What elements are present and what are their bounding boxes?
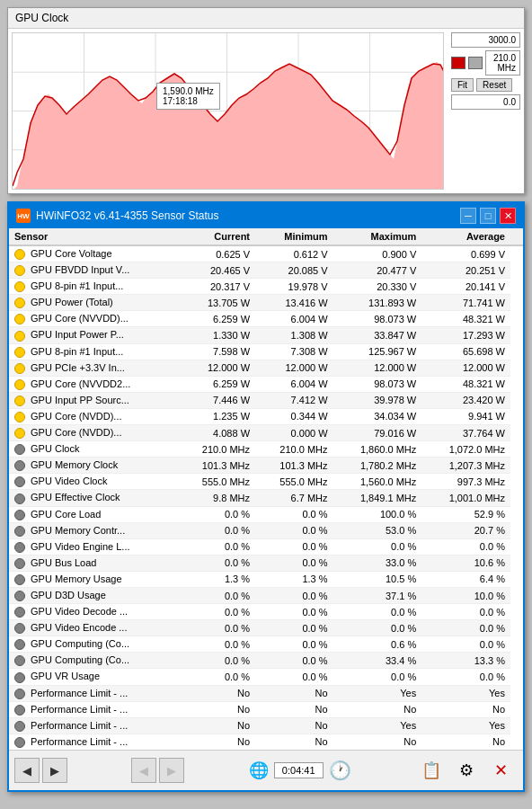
- sensor-average: 20.7 %: [421, 522, 510, 538]
- sensor-current: 1.3 %: [178, 571, 256, 587]
- col-current: Current: [178, 228, 256, 245]
- sensor-name: GPU FBVDD Input V...: [31, 264, 129, 275]
- sensor-name-cell: GPU Video Engine L...: [9, 538, 178, 555]
- sensor-name: GPU Computing (Co...: [31, 638, 129, 649]
- table-row[interactable]: GPU Bus Load 0.0 % 0.0 % 33.0 % 10.6 %: [9, 555, 523, 571]
- table-row[interactable]: GPU Core (NVVDD2... 6.259 W 6.004 W 98.0…: [9, 376, 523, 392]
- sensor-name-cell: Performance Limit - ...: [9, 701, 178, 717]
- sensor-average: 20.251 V: [421, 262, 510, 279]
- table-row[interactable]: GPU Memory Usage 1.3 % 1.3 % 10.5 % 6.4 …: [9, 571, 523, 587]
- table-row[interactable]: GPU D3D Usage 0.0 % 0.0 % 37.1 % 10.0 %: [9, 587, 523, 603]
- sensor-minimum: No: [255, 701, 333, 717]
- table-row[interactable]: GPU Memory Contr... 0.0 % 0.0 % 53.0 % 2…: [9, 522, 523, 538]
- table-row[interactable]: GPU Core Voltage 0.625 V 0.612 V 0.900 V…: [9, 245, 523, 262]
- sensor-current: 0.0 %: [178, 669, 256, 685]
- sensor-current: 1.330 W: [178, 327, 256, 343]
- sensor-minimum: 6.004 W: [255, 311, 333, 327]
- nav-prev-button[interactable]: ◀: [14, 758, 40, 783]
- table-row[interactable]: GPU Core Load 0.0 % 0.0 % 100.0 % 52.9 %: [9, 506, 523, 522]
- sensor-current: 210.0 MHz: [178, 441, 256, 458]
- sensor-average: Yes: [421, 717, 510, 733]
- table-row[interactable]: GPU 8-pin #1 Input... 20.317 V 19.978 V …: [9, 279, 523, 295]
- table-row[interactable]: GPU Video Encode ... 0.0 % 0.0 % 0.0 % 0…: [9, 620, 523, 636]
- svg-marker-8: [13, 62, 443, 189]
- table-row[interactable]: GPU Video Decode ... 0.0 % 0.0 % 0.0 % 0…: [9, 604, 523, 620]
- settings-button[interactable]: ⚙: [450, 754, 483, 787]
- sensor-average: No: [421, 733, 510, 750]
- sensor-minimum: 1.308 W: [255, 327, 333, 343]
- table-row[interactable]: GPU 8-pin #1 Input... 7.598 W 7.308 W 12…: [9, 343, 523, 360]
- sensor-average: 71.741 W: [421, 295, 510, 311]
- table-row[interactable]: GPU Input Power P... 1.330 W 1.308 W 33.…: [9, 327, 523, 343]
- sensor-maximum: Yes: [333, 685, 422, 701]
- table-row[interactable]: GPU Core (NVDD)... 1.235 W 0.344 W 34.03…: [9, 408, 523, 424]
- sensor-type-icon: [14, 396, 25, 406]
- chart-btn-row: Fit Reset: [451, 78, 520, 92]
- nav-next-disabled-button[interactable]: ▶: [159, 758, 184, 783]
- sensor-type-icon: [14, 542, 25, 553]
- sensor-current: 1.235 W: [178, 408, 256, 424]
- table-row[interactable]: GPU Clock 210.0 MHz 210.0 MHz 1,860.0 MH…: [9, 441, 523, 458]
- table-row[interactable]: GPU Core (NVVDD)... 6.259 W 6.004 W 98.0…: [9, 311, 523, 327]
- sensor-minimum: 13.416 W: [255, 295, 333, 311]
- sensor-minimum: 0.0 %: [255, 636, 333, 653]
- sensor-minimum: No: [255, 733, 333, 750]
- table-row[interactable]: Performance Limit - ... No No No No: [9, 701, 523, 717]
- table-row[interactable]: GPU Memory Clock 101.3 MHz 101.3 MHz 1,7…: [9, 458, 523, 474]
- sensor-average: 12.000 W: [421, 360, 510, 376]
- sensor-average: 20.141 V: [421, 279, 510, 295]
- sensor-table-container[interactable]: Sensor Current Minimum Maximum Average G…: [9, 228, 523, 750]
- sensor-maximum: 0.0 %: [333, 620, 422, 636]
- col-average: Average: [421, 228, 510, 245]
- table-row[interactable]: Performance Limit - ... No No No No: [9, 733, 523, 750]
- table-row[interactable]: GPU VR Usage 0.0 % 0.0 % 0.0 % 0.0 %: [9, 669, 523, 685]
- fit-button[interactable]: Fit: [451, 78, 474, 92]
- table-row[interactable]: GPU Computing (Co... 0.0 % 0.0 % 0.6 % 0…: [9, 636, 523, 653]
- sensor-average: 0.0 %: [421, 604, 510, 620]
- chart-tooltip: 1,590.0 MHz 17:18:18: [156, 83, 220, 110]
- nav-prev-disabled-button[interactable]: ◀: [131, 758, 156, 783]
- sensor-type-icon: [14, 623, 25, 634]
- table-row[interactable]: GPU PCIe +3.3V In... 12.000 W 12.000 W 1…: [9, 360, 523, 376]
- minimize-button[interactable]: ─: [460, 208, 476, 224]
- nav-next-button[interactable]: ▶: [42, 758, 67, 783]
- sensor-name-cell: Performance Limit - ...: [9, 717, 178, 733]
- table-row[interactable]: GPU Video Engine L... 0.0 % 0.0 % 0.0 % …: [9, 538, 523, 555]
- sensor-average: 6.4 %: [421, 571, 510, 587]
- sensor-name-cell: GPU Power (Total): [9, 295, 178, 311]
- sensor-type-icon: [14, 265, 25, 276]
- sensor-name: GPU Core (NVDD)...: [31, 427, 121, 438]
- sensor-maximum: 34.034 W: [333, 408, 422, 424]
- sensor-type-icon: [14, 281, 25, 292]
- sensor-maximum: 20.477 V: [333, 262, 422, 279]
- table-row[interactable]: Performance Limit - ... No No Yes Yes: [9, 685, 523, 701]
- sensor-name-cell: GPU Effective Clock: [9, 490, 178, 506]
- sensor-name: GPU Input PP Sourc...: [31, 395, 129, 405]
- sensor-minimum: 6.004 W: [255, 376, 333, 392]
- sensor-name-cell: GPU Input PP Sourc...: [9, 392, 178, 408]
- sensor-current: 0.0 %: [178, 620, 256, 636]
- table-row[interactable]: GPU Core (NVDD)... 4.088 W 0.000 W 79.01…: [9, 425, 523, 441]
- table-row[interactable]: GPU Video Clock 555.0 MHz 555.0 MHz 1,56…: [9, 474, 523, 490]
- table-row[interactable]: Performance Limit - ... No No Yes Yes: [9, 717, 523, 733]
- sensor-name-cell: Performance Limit - ...: [9, 733, 178, 750]
- sensor-maximum: 0.0 %: [333, 538, 422, 555]
- sensor-name-cell: GPU 8-pin #1 Input...: [9, 279, 178, 295]
- chart-window: GPU Clock 1,590.0 MH: [7, 7, 525, 194]
- sensor-average: 0.0 %: [421, 669, 510, 685]
- table-row[interactable]: GPU Input PP Sourc... 7.446 W 7.412 W 39…: [9, 392, 523, 408]
- close-button[interactable]: ✕: [485, 754, 518, 787]
- table-row[interactable]: GPU Computing (Co... 0.0 % 0.0 % 33.4 % …: [9, 653, 523, 669]
- sensor-minimum: 6.7 MHz: [255, 490, 333, 506]
- sensor-name: GPU Core Voltage: [31, 248, 112, 259]
- report-button[interactable]: 📋: [415, 754, 448, 787]
- sensor-name: GPU Input Power P...: [31, 329, 124, 340]
- table-row[interactable]: GPU Power (Total) 13.705 W 13.416 W 131.…: [9, 295, 523, 311]
- table-row[interactable]: GPU Effective Clock 9.8 MHz 6.7 MHz 1,84…: [9, 490, 523, 506]
- sensor-name: GPU Video Decode ...: [31, 606, 128, 617]
- sensor-type-icon: [14, 493, 25, 504]
- maximize-button[interactable]: □: [480, 208, 496, 224]
- reset-button[interactable]: Reset: [476, 78, 512, 92]
- table-row[interactable]: GPU FBVDD Input V... 20.465 V 20.085 V 2…: [9, 262, 523, 279]
- window-close-button[interactable]: ✕: [500, 208, 516, 224]
